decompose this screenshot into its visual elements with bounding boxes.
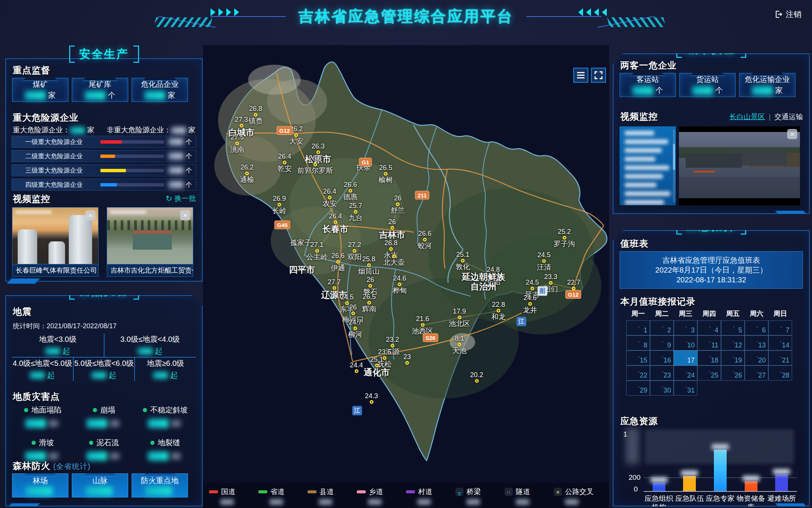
- stat-card[interactable]: 危化运输企业家: [739, 73, 795, 97]
- camera-list[interactable]: [620, 126, 676, 205]
- calendar-day[interactable]: 20: [745, 350, 768, 365]
- stat-card[interactable]: 防火重点地: [132, 473, 188, 497]
- calendar-day[interactable]: 8: [626, 335, 650, 350]
- close-icon[interactable]: ×: [85, 210, 95, 220]
- map-sign-badge[interactable]: 图: [538, 287, 547, 296]
- camera-list-item[interactable]: [625, 148, 671, 153]
- map-station[interactable]: 22.8和龙: [491, 301, 506, 321]
- map-station[interactable]: 26.9长岭: [272, 195, 286, 215]
- calendar-day[interactable]: 12: [721, 335, 745, 350]
- map-station[interactable]: 25.2罗子沟: [554, 228, 575, 248]
- legend-item[interactable]: 乡道: [357, 487, 406, 508]
- map-station[interactable]: 25.8烟筒山: [358, 255, 380, 275]
- refresh-batch-button[interactable]: ↻ 换一批: [165, 194, 196, 203]
- logout-button[interactable]: 注销: [775, 9, 801, 20]
- camera-list-item[interactable]: [625, 174, 671, 179]
- calendar-day[interactable]: 30: [650, 381, 674, 396]
- map-layers-button[interactable]: [573, 68, 588, 83]
- map-station[interactable]: 北大壶: [383, 254, 405, 266]
- calendar-day[interactable]: 10: [674, 335, 697, 350]
- calendar-day[interactable]: 24: [674, 365, 697, 381]
- scrollbar[interactable]: [673, 129, 675, 202]
- map-station[interactable]: 26.4乾安: [277, 153, 292, 173]
- map-station[interactable]: 25.7九台: [348, 202, 363, 222]
- map-station[interactable]: 20.2: [470, 371, 483, 383]
- map-road-badge[interactable]: G1: [359, 158, 372, 167]
- camera-list-item[interactable]: [625, 157, 671, 162]
- stat-card[interactable]: 货运站个: [679, 73, 736, 97]
- calendar-day[interactable]: 6: [745, 320, 768, 335]
- map-station[interactable]: 26.6伊通: [331, 252, 345, 272]
- map-station[interactable]: 24.5汪清: [537, 251, 551, 271]
- map-river-badge[interactable]: 江: [517, 317, 526, 326]
- calendar-day[interactable]: 23: [650, 365, 674, 381]
- calendar-day[interactable]: 2: [650, 320, 674, 335]
- map-road-badge[interactable]: G12: [277, 126, 292, 135]
- calendar-day[interactable]: 15: [626, 350, 650, 365]
- map-station[interactable]: 24.7柳河: [348, 318, 362, 338]
- map[interactable]: 26.8镇赉27.3白城市27.5洮南26.2大安26.3松原市26.6前郭尔罗…: [203, 45, 609, 508]
- map-station[interactable]: 四平市: [289, 265, 315, 275]
- map-station[interactable]: 24.6桦甸: [392, 274, 407, 294]
- legend-item[interactable]: ╥桥梁: [455, 487, 504, 508]
- calendar-day[interactable]: 26: [721, 365, 745, 381]
- map-station[interactable]: 26.6德惠: [343, 181, 358, 201]
- legend-item[interactable]: ×公路交叉: [554, 487, 603, 508]
- legend-item[interactable]: 国道: [209, 487, 258, 508]
- map-station[interactable]: 26舒兰: [391, 194, 405, 214]
- map-station[interactable]: 26.5榆树: [379, 164, 393, 184]
- legend-item[interactable]: 县道: [308, 487, 357, 508]
- calendar-day[interactable]: 28: [768, 365, 792, 381]
- legend-item[interactable]: 省道: [258, 487, 308, 508]
- map-river-badge[interactable]: 江: [352, 406, 362, 415]
- close-icon[interactable]: ×: [180, 210, 190, 220]
- calendar-day[interactable]: 29: [626, 381, 650, 396]
- map-station[interactable]: 24.6龙井: [523, 294, 537, 314]
- legend-item[interactable]: 村道: [406, 487, 455, 508]
- stat-card[interactable]: 山脉: [72, 473, 128, 497]
- map-station[interactable]: 25.1敦化: [456, 251, 470, 271]
- calendar-day[interactable]: 3: [674, 320, 697, 335]
- map-station[interactable]: 27.5洮南: [230, 133, 244, 153]
- close-icon[interactable]: ×: [787, 129, 797, 139]
- calendar-day[interactable]: 19: [721, 350, 745, 365]
- camera-list-item[interactable]: [625, 140, 671, 145]
- link-transport[interactable]: 交通运输: [774, 112, 803, 122]
- calendar-day[interactable]: 22: [626, 365, 650, 381]
- map-fullscreen-button[interactable]: [591, 68, 606, 83]
- calendar-day[interactable]: 4: [697, 320, 721, 335]
- stat-card[interactable]: 煤矿家: [12, 78, 68, 102]
- map-station[interactable]: 8.1天池: [452, 335, 467, 355]
- map-station[interactable]: 26.4长春市: [323, 212, 348, 234]
- map-station[interactable]: 26.2通榆: [240, 164, 254, 183]
- calendar-day[interactable]: 14: [768, 335, 792, 350]
- calendar-day[interactable]: 21: [768, 350, 792, 365]
- map-station[interactable]: 26.6前郭尔罗斯: [297, 155, 333, 174]
- legend-item[interactable]: ∩隧道: [504, 487, 554, 508]
- calendar-day[interactable]: 1: [626, 320, 650, 335]
- map-station[interactable]: 17.9池北区: [449, 308, 470, 328]
- calendar-day[interactable]: 31: [674, 381, 697, 396]
- map-station[interactable]: 26.4农安: [323, 188, 337, 208]
- calendar-day[interactable]: 17: [674, 350, 697, 365]
- camera-list-item[interactable]: [625, 200, 671, 205]
- map-station[interactable]: 23: [403, 353, 411, 365]
- calendar-day[interactable]: 16: [650, 350, 674, 365]
- link-changbaishan[interactable]: 长白山景区: [729, 112, 765, 122]
- video-card[interactable]: ×吉林市吉化北方炬醌工贸责任...: [107, 207, 193, 277]
- stat-card[interactable]: 危化品企业家: [132, 78, 188, 102]
- live-video[interactable]: ×: [679, 126, 800, 205]
- map-station[interactable]: 孤家子: [290, 239, 312, 247]
- map-station[interactable]: 26.5辉南: [362, 293, 376, 313]
- calendar-day[interactable]: 11: [697, 335, 721, 350]
- stat-card[interactable]: 尾矿库个: [72, 78, 128, 102]
- calendar-day[interactable]: 25: [697, 365, 721, 381]
- stat-card[interactable]: 客运站个: [620, 73, 676, 97]
- camera-list-item[interactable]: [625, 165, 671, 171]
- map-road-badge[interactable]: 211: [415, 191, 429, 200]
- calendar-day[interactable]: 13: [745, 335, 768, 350]
- camera-list-item[interactable]: [625, 131, 671, 136]
- map-station[interactable]: 24.4: [350, 361, 363, 373]
- map-station[interactable]: 延边朝鲜族 自治州: [462, 272, 505, 292]
- calendar-day[interactable]: 27: [745, 365, 768, 381]
